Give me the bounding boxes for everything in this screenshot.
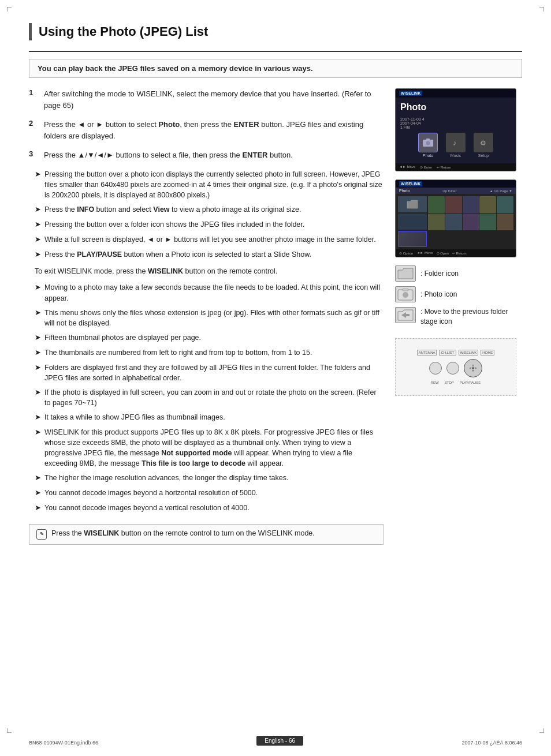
tv2-grid-area xyxy=(396,194,516,249)
tv2-folder-3-selected xyxy=(398,231,427,247)
page-title-bar: Using the Photo (JPEG) List xyxy=(29,23,522,40)
tv1-setup-label: Setup xyxy=(478,154,489,158)
tv2-folder-path: Up folder xyxy=(442,189,456,193)
remote-label-antenna: ANTENNA xyxy=(417,350,437,355)
note-bullet-item: ➤ You cannot decode images beyond a vert… xyxy=(35,503,384,514)
tv2-thumb xyxy=(479,214,496,230)
page-title: Using the Photo (JPEG) List xyxy=(39,23,208,40)
bullet-item: ➤ Pressing the button over a folder icon… xyxy=(35,219,384,230)
tv2-thumb xyxy=(428,196,445,213)
step-1-text: After switching the mode to WISELINK, se… xyxy=(44,88,384,111)
tv1-icons-row: Photo ♪ Music xyxy=(400,133,511,158)
remote-label-home: HOME xyxy=(481,350,494,355)
corner-bl xyxy=(7,728,12,733)
note-bullet-item: ➤ Folders are displayed first and they a… xyxy=(35,362,384,383)
svg-rect-2 xyxy=(426,139,430,140)
note-bullet-item: ➤ Moving to a photo may take a few secon… xyxy=(35,282,384,303)
svg-text:⚙: ⚙ xyxy=(480,139,486,147)
note-bullet-text-11: You cannot decode images beyond a vertic… xyxy=(44,503,384,514)
tv2-thumb xyxy=(463,214,479,230)
tv1-setup-box: ⚙ xyxy=(474,133,493,152)
tv2-thumb xyxy=(497,214,513,230)
bullet-text-1: Pressing the button over a photo icon di… xyxy=(44,169,384,200)
tv1-photo-label: Photo xyxy=(423,154,433,158)
bullet-arrow-1: ➤ xyxy=(35,169,41,200)
legend-photo-label: : Photo icon xyxy=(420,290,457,298)
tv-screenshot-1: WISELINK Photo 2007-11-03 42007-04-041 F… xyxy=(395,88,516,171)
tv1-content: Photo 2007-11-03 42007-04-041 File xyxy=(396,98,516,163)
note-bullet-text-4: The thumbnails are numbered from left to… xyxy=(44,347,384,358)
page-footer: BN68-01094W-01Eng.indb 66 English - 66 2… xyxy=(0,736,551,746)
tv2-logo-bar: WISELINK xyxy=(396,180,516,188)
remote-control-image: ANTENNA CH.LIST WISELINK HOME xyxy=(395,338,516,396)
note-bullet-item: ➤ WISELINK for this product supports JPE… xyxy=(35,427,384,469)
note-bullet-item: ➤ You cannot decode images beyond a hori… xyxy=(35,488,384,499)
svg-point-12 xyxy=(472,367,474,369)
note-bullet-item: ➤ It takes a while to show JPEG files as… xyxy=(35,412,384,423)
remote-bottom-labels: REW STOP PLAY/PAUSE xyxy=(431,381,481,384)
right-column: WISELINK Photo 2007-11-03 42007-04-041 F… xyxy=(395,88,522,545)
svg-text:♪: ♪ xyxy=(453,139,457,147)
step-2-num: 2 xyxy=(29,119,38,141)
remote-btn-center xyxy=(464,359,482,377)
remote-buttons-row xyxy=(429,359,482,377)
bullet-item: ➤ Pressing the button over a photo icon … xyxy=(35,169,384,200)
note-bullet-item: ➤ The thumbnails are numbered from left … xyxy=(35,347,384,358)
svg-marker-11 xyxy=(475,367,477,369)
legend-photo-icon xyxy=(395,286,416,302)
title-divider xyxy=(29,51,522,52)
tv2-footer-move: ◄► Move xyxy=(416,251,433,255)
tv2-thumb xyxy=(463,196,479,213)
note-bullet-text-9: The higher the image resolution advances… xyxy=(44,473,384,484)
legend-folder-label: : Folder icon xyxy=(420,270,459,278)
note-bullet-text-3: Fifteen thumbnail photos are displayed p… xyxy=(44,332,384,343)
tv1-subtitle: 2007-11-03 42007-04-041 File xyxy=(400,117,511,129)
note-bullet-arrow-1: ➤ xyxy=(35,282,41,303)
tv1-music-box: ♪ xyxy=(446,133,466,152)
note-bullets: ➤ Moving to a photo may take a few secon… xyxy=(35,282,384,514)
note-bullet-text-6: If the photo is displayed in full screen… xyxy=(44,387,384,408)
bullet-arrow-2: ➤ xyxy=(35,204,41,215)
tv-screenshot-2: WISELINK Photo Up folder ▲ 1/1 Page ▼ xyxy=(395,179,516,257)
footer-right: 2007-10-08 ¿ÀÊÁ 6:06:46 xyxy=(461,740,522,746)
note-bullet-item: ➤ Fifteen thumbnail photos are displayed… xyxy=(35,332,384,343)
folder-svg-icon xyxy=(397,267,414,280)
corner-br xyxy=(539,728,544,733)
photo-svg-icon xyxy=(397,288,414,301)
tv2-page: ▲ 1/1 Page ▼ xyxy=(490,189,512,193)
tv2-thumb xyxy=(445,214,462,230)
page-wrapper: Using the Photo (JPEG) List You can play… xyxy=(0,0,551,756)
tv1-setup-icon: ⚙ xyxy=(479,138,488,147)
tv1-photo-title: Photo xyxy=(400,102,511,113)
svg-point-1 xyxy=(426,141,430,145)
tv1-icon-music: ♪ Music xyxy=(446,133,466,158)
bullet-item: ➤ Press the PLAY/PAUSE button when a Pho… xyxy=(35,249,384,260)
tv2-photo-grid xyxy=(428,196,513,247)
remote-btn-2 xyxy=(446,362,459,375)
intro-text: You can play back the JPEG files saved o… xyxy=(38,64,513,73)
tv2-section: Photo xyxy=(399,189,409,193)
tv1-footer: ◄► Move ⊙ Enter ↩ Return xyxy=(396,163,516,171)
remote-btn-1 xyxy=(429,362,442,375)
remote-top-labels: ANTENNA CH.LIST WISELINK HOME xyxy=(417,350,494,355)
tv1-music-label: Music xyxy=(451,154,461,158)
svg-marker-10 xyxy=(469,367,471,369)
exit-note: To exit WISELINK mode, press the WISELIN… xyxy=(35,266,384,277)
bullet-arrow-4: ➤ xyxy=(35,234,41,245)
bullet-text-2: Press the INFO button and select View to… xyxy=(44,204,384,215)
remote-label-wiselink: WISELINK xyxy=(459,350,479,355)
note-bullet-text-7: It takes a while to show JPEG files as t… xyxy=(44,412,384,423)
step-2: 2 Press the ◄ or ► button to select Phot… xyxy=(29,119,384,141)
tv1-footer-return: ↩ Return xyxy=(437,165,451,169)
title-accent-bar xyxy=(29,23,32,40)
step-3-text: Press the ▲/▼/◄/► buttons to select a fi… xyxy=(44,149,293,161)
note-bullet-arrow-6: ➤ xyxy=(35,387,41,408)
note-bullet-text-10: You cannot decode images beyond a horizo… xyxy=(44,488,384,499)
corner-tl xyxy=(7,7,12,12)
note-bullet-arrow-4: ➤ xyxy=(35,347,41,358)
note-bullet-item: ➤ The higher the image resolution advanc… xyxy=(35,473,384,484)
tv2-folder-icon-1 xyxy=(407,200,418,209)
remote-dpad-icon xyxy=(468,363,478,373)
prev-folder-svg-icon xyxy=(397,309,414,321)
tv2-logo: WISELINK xyxy=(399,181,422,186)
